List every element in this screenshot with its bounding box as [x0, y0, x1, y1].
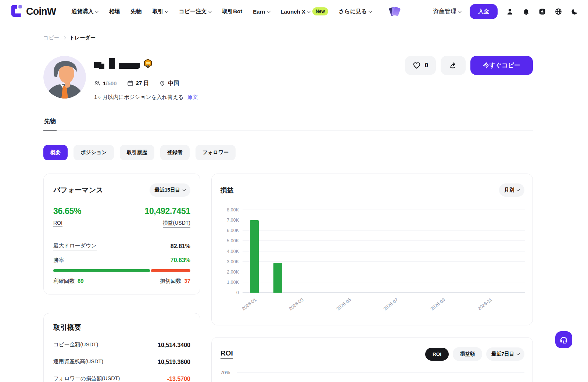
chevron-down-icon: [208, 9, 212, 13]
winrate-value: 70.63%: [171, 257, 190, 264]
asset-menu[interactable]: 資産管理: [433, 8, 461, 15]
chevron-down-icon: [307, 9, 311, 13]
calendar-icon: [127, 80, 133, 86]
trade-summary-card: 取引概要 コピー金額(USDT)10,514.3400運用資産残高(USDT)1…: [43, 313, 200, 382]
nav-item-5[interactable]: 取引Bot: [222, 8, 242, 15]
winrate-progress-bar: [53, 269, 190, 272]
pnl-value: 10,492.7451: [144, 206, 190, 216]
header-right: 資産管理 入金: [389, 4, 578, 19]
pnl-amount-toggle[interactable]: 損益額: [453, 347, 483, 361]
win-count: 利確回数89: [53, 278, 84, 285]
location-pin-icon: [159, 80, 165, 86]
roi-chart-area: 70%60%: [220, 370, 524, 382]
chevron-down-icon: [183, 188, 186, 191]
new-badge: New: [312, 7, 328, 15]
pnl-range-value: 月別: [504, 187, 514, 193]
chevron-down-icon: [517, 188, 520, 191]
original-text-link[interactable]: 原文: [187, 94, 198, 100]
pnl-range-select[interactable]: 月別: [499, 183, 524, 197]
pnl-chart-card: 損益 月別 8.00K7.00K6.00K5.00K4.00K3.00K2.00…: [211, 174, 533, 325]
nav-item-0[interactable]: 通貨購入: [71, 8, 98, 15]
days-stat: 27 日: [127, 80, 149, 87]
dark-mode-moon-icon[interactable]: [571, 8, 578, 15]
days-value: 27 日: [136, 80, 149, 87]
trader-level-badge-icon: 2: [144, 59, 152, 68]
headset-icon: [559, 335, 569, 344]
summary-row-0: コピー金額(USDT)10,514.3400: [53, 341, 190, 349]
pnl-bar-chart: 8.00K7.00K6.00K5.00K4.00K3.00K2.00K1.00K…: [243, 210, 525, 293]
performance-range-select[interactable]: 最近15日目: [150, 183, 190, 197]
drawdown-row: 最大ドローダウン 82.81%: [53, 242, 190, 250]
nav-item-4[interactable]: コピー注文: [179, 8, 211, 15]
drawdown-value: 82.81%: [171, 243, 190, 250]
like-button[interactable]: 0: [405, 56, 436, 75]
share-icon: [449, 61, 457, 69]
chevron-down-icon: [95, 9, 99, 13]
svg-text:2: 2: [147, 65, 149, 68]
download-app-icon[interactable]: [538, 8, 546, 15]
followers-stat: 1/500: [94, 80, 117, 86]
trader-profile: 2 1/500: [43, 56, 533, 101]
language-globe-icon[interactable]: [555, 8, 562, 15]
tab-pill-2[interactable]: 取引履歴: [120, 145, 154, 160]
roi-toggle[interactable]: ROI: [425, 348, 449, 361]
pnl-label: 損益(USDT): [163, 220, 190, 228]
tab-pill-1[interactable]: ポジション: [74, 145, 114, 160]
breadcrumb: コピートレーダー: [43, 35, 533, 41]
chevron-down-icon: [267, 9, 270, 13]
summary-row-1: 運用資産残高(USDT)10,519.3600: [53, 358, 190, 366]
main-nav: 通貨購入相場先物取引コピー注文取引BotEarnLaunch XNewさらに見る: [71, 7, 372, 15]
nav-item-2[interactable]: 先物: [130, 8, 141, 15]
user-icon[interactable]: [506, 8, 514, 15]
tab-pill-4[interactable]: フォロワー: [196, 145, 236, 160]
roi-range-select[interactable]: 最近7日目: [486, 347, 524, 361]
nav-item-6[interactable]: Earn: [253, 8, 270, 15]
winrate-row: 勝率 70.63%: [53, 257, 190, 264]
tab-futures[interactable]: 先物: [43, 118, 57, 131]
tab-pill-3[interactable]: 登録者: [160, 145, 190, 160]
followers-icon: [94, 80, 100, 86]
roi-chart-card: ROI ROI 損益額 最近7日目 70%60%: [211, 337, 533, 382]
trade-summary-title: 取引概要: [53, 324, 81, 331]
performance-title: パフォーマンス: [53, 185, 103, 195]
summary-row-2: フォロワーの損益額(USDT)-13.5700: [53, 375, 190, 382]
nav-item-7[interactable]: Launch XNew: [281, 7, 328, 15]
tab-pill-0[interactable]: 概要: [43, 145, 68, 160]
share-button[interactable]: [441, 56, 466, 75]
roi-label: ROI: [53, 220, 62, 227]
launch-cards-icon[interactable]: [389, 6, 400, 17]
chevron-down-icon: [517, 352, 520, 355]
roi-ytick-0: 70%: [220, 370, 524, 375]
region-value: 中国: [168, 80, 179, 87]
deposit-button[interactable]: 入金: [470, 4, 498, 19]
chevron-down-icon: [458, 9, 462, 13]
trader-name-redacted: [94, 58, 140, 69]
nav-item-8[interactable]: さらに見る: [339, 8, 372, 15]
performance-range-value: 最近15日目: [155, 187, 180, 193]
breadcrumb-item-0[interactable]: コピー: [43, 35, 59, 41]
trader-description: 1ヶ月以内にポジションを入れ替える: [94, 94, 184, 100]
roi-range-value: 最近7日目: [491, 351, 514, 357]
pnl-chart-title: 損益: [220, 186, 234, 194]
support-chat-button[interactable]: [555, 331, 572, 348]
heart-icon: [413, 61, 421, 69]
nav-item-3[interactable]: 取引: [152, 8, 168, 15]
loss-count: 損切回数37: [160, 278, 190, 285]
roi-value: 36.65%: [53, 206, 81, 216]
trader-avatar: [43, 56, 86, 99]
copy-now-button[interactable]: 今すぐコピー: [470, 56, 533, 75]
breadcrumb-item-1: トレーダー: [69, 35, 96, 41]
chevron-down-icon: [369, 9, 372, 13]
nav-item-1[interactable]: 相場: [109, 8, 120, 15]
breadcrumb-separator-icon: [62, 36, 65, 39]
winrate-label: 勝率: [53, 257, 64, 264]
section-tabs: 概要ポジション取引履歴登録者フォロワー: [43, 145, 533, 160]
notification-bell-icon[interactable]: [522, 8, 530, 15]
coinw-logo-icon: [10, 4, 23, 18]
like-count: 0: [425, 62, 428, 69]
roi-chart-title: ROI: [220, 349, 233, 359]
top-nav: CoinW 通貨購入相場先物取引コピー注文取引BotEarnLaunch XNe…: [0, 0, 588, 23]
asset-menu-label: 資産管理: [433, 8, 456, 15]
pnl-bar-2026-01: [250, 220, 259, 293]
coinw-logo[interactable]: CoinW: [10, 4, 56, 18]
